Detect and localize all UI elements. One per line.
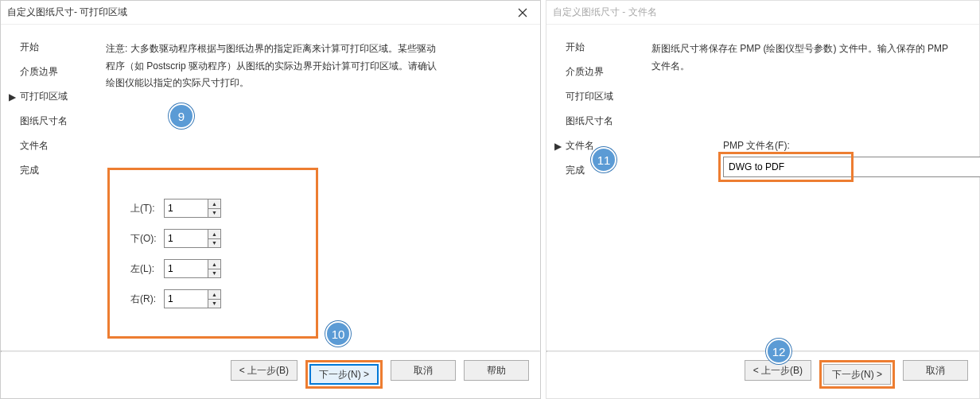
margin-inputs-highlight: 上(T): ▲▼ 下(O): ▲▼ 左(L): — [107, 168, 318, 339]
spinner-right: ▲▼ — [164, 289, 221, 308]
sidebar-item-media-bounds[interactable]: 介质边界 — [20, 65, 91, 79]
back-button[interactable]: < 上一步(B) — [231, 360, 298, 381]
annotation-badge-9: 9 — [169, 103, 194, 129]
next-button-highlight: 下一步(N) > — [819, 360, 895, 389]
sidebar-item-printable-area[interactable]: 可打印区域 — [566, 90, 637, 103]
annotation-badge-12: 12 — [766, 339, 791, 364]
dialog-title: 自定义图纸尺寸 - 文件名 — [553, 6, 657, 19]
annotation-badge-11: 11 — [591, 147, 616, 172]
titlebar: 自定义图纸尺寸 - 文件名 — [546, 1, 979, 25]
sidebar-item-start[interactable]: 开始 — [566, 41, 637, 54]
active-arrow-icon: ▶ — [9, 91, 16, 103]
wizard-sidebar: 开始 介质边界 ▶ 可打印区域 图纸尺寸名 文件名 完成 — [20, 41, 91, 351]
dialog-title: 自定义图纸尺寸- 可打印区域 — [7, 6, 127, 19]
close-icon — [518, 8, 527, 17]
main-content: 新图纸尺寸将保存在 PMP (绘图仪型号参数) 文件中。输入保存的 PMP 文件… — [637, 41, 960, 351]
spinner-down[interactable]: ▼ — [208, 239, 220, 248]
spinner-down[interactable]: ▼ — [208, 300, 220, 308]
sidebar-item-finish[interactable]: 完成 — [20, 164, 91, 177]
help-button[interactable]: 帮助 — [464, 360, 529, 381]
label-top: 上(T): — [130, 202, 164, 215]
main-content: 注意: 大多数驱动程序根据与图纸边界的指定距离来计算可打印区域。某些驱动程序（如… — [91, 41, 521, 351]
dialog-body: 开始 介质边界 ▶ 可打印区域 图纸尺寸名 文件名 完成 注意: 大多数驱动程序… — [1, 25, 540, 351]
filename-highlight — [718, 152, 854, 182]
filename-label: PMP 文件名(F): — [723, 139, 790, 153]
next-button[interactable]: 下一步(N) > — [823, 364, 891, 385]
wizard-sidebar: 开始 介质边界 可打印区域 图纸尺寸名 ▶ 文件名 完成 — [566, 41, 637, 351]
dialog-file-name: 自定义图纸尺寸 - 文件名 开始 介质边界 可打印区域 图纸尺寸名 ▶ 文件名 … — [546, 0, 980, 399]
margin-row-bottom: 下(O): ▲▼ — [130, 229, 316, 248]
input-right[interactable] — [165, 290, 208, 308]
cancel-button[interactable]: 取消 — [391, 360, 456, 381]
spinner-down[interactable]: ▼ — [208, 269, 220, 278]
spinner-up[interactable]: ▲ — [208, 290, 220, 300]
sidebar-item-media-bounds[interactable]: 介质边界 — [566, 65, 637, 79]
label-bottom: 下(O): — [130, 232, 164, 246]
margin-row-right: 右(R): ▲▼ — [130, 289, 316, 308]
next-button[interactable]: 下一步(N) > — [309, 364, 379, 385]
spinner-down[interactable]: ▼ — [208, 209, 220, 218]
input-bottom[interactable] — [165, 230, 208, 247]
description-text: 注意: 大多数驱动程序根据与图纸边界的指定距离来计算可打印区域。某些驱动程序（如… — [106, 41, 440, 92]
spinner-top: ▲▼ — [164, 199, 221, 218]
annotation-badge-10: 10 — [325, 321, 351, 347]
button-row: < 上一步(B) 下一步(N) > 取消 帮助 — [1, 352, 540, 398]
sidebar-item-printable-area[interactable]: ▶ 可打印区域 — [20, 90, 91, 103]
sidebar-item-start[interactable]: 开始 — [20, 41, 91, 54]
dialog-body: 开始 介质边界 可打印区域 图纸尺寸名 ▶ 文件名 完成 新图纸尺寸将保存在 P… — [546, 25, 979, 351]
active-arrow-icon: ▶ — [554, 141, 562, 152]
cancel-button[interactable]: 取消 — [903, 360, 968, 381]
button-row: < 上一步(B) 下一步(N) > 取消 — [546, 352, 979, 398]
sidebar-item-paper-size-name[interactable]: 图纸尺寸名 — [566, 114, 637, 128]
spinner-bottom: ▲▼ — [164, 229, 221, 248]
close-button[interactable] — [505, 1, 540, 25]
input-top[interactable] — [165, 200, 208, 217]
dialog-printable-area: 自定义图纸尺寸- 可打印区域 开始 介质边界 ▶ 可打印区域 图纸尺寸名 文件名… — [0, 0, 541, 399]
description-text: 新图纸尺寸将保存在 PMP (绘图仪型号参数) 文件中。输入保存的 PMP 文件… — [651, 41, 954, 75]
label-left: 左(L): — [130, 262, 164, 276]
spinner-up[interactable]: ▲ — [208, 200, 220, 209]
spinner-left: ▲▼ — [164, 259, 221, 278]
next-button-highlight: 下一步(N) > — [305, 360, 383, 389]
titlebar: 自定义图纸尺寸- 可打印区域 — [1, 1, 540, 25]
input-left[interactable] — [165, 260, 208, 277]
margin-row-left: 左(L): ▲▼ — [130, 259, 316, 278]
label-right: 右(R): — [130, 292, 164, 306]
sidebar-item-file-name[interactable]: 文件名 — [20, 139, 91, 153]
spinner-up[interactable]: ▲ — [208, 230, 220, 239]
sidebar-item-paper-size-name[interactable]: 图纸尺寸名 — [20, 114, 91, 128]
margin-row-top: 上(T): ▲▼ — [130, 199, 316, 218]
spinner-up[interactable]: ▲ — [208, 260, 220, 269]
